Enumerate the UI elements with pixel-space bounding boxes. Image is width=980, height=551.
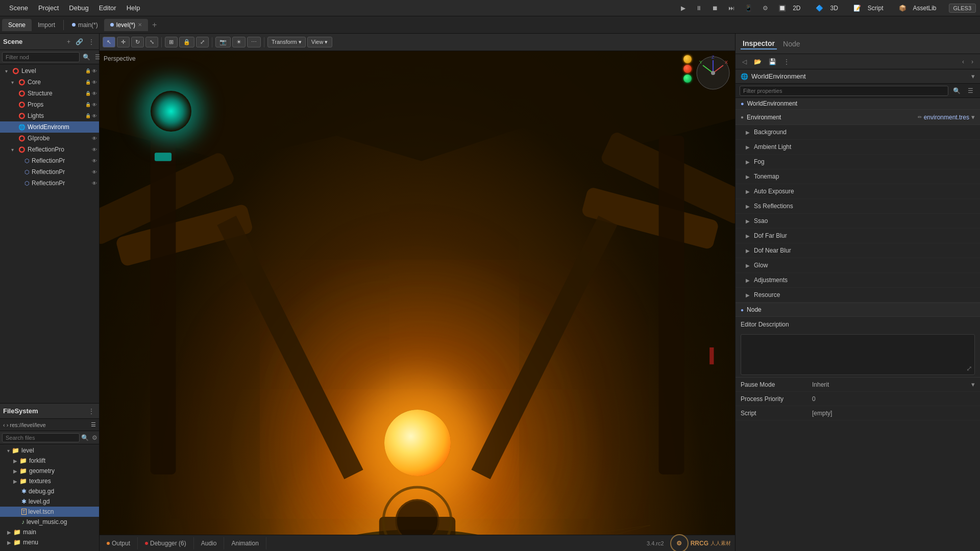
tree-item-props[interactable]: ▶ ⭕ Props 🔒 👁 xyxy=(0,99,99,110)
debugger-tab[interactable]: Debugger (6) xyxy=(138,537,194,549)
tree-item-reflectionpr3[interactable]: ▶ ⬡ ReflectionPr 👁 xyxy=(0,178,99,189)
output-tab[interactable]: Output xyxy=(100,537,138,549)
view-dropdown[interactable]: View ▾ xyxy=(307,37,332,47)
assetlib-button[interactable]: 📦 AssetLib xyxy=(896,2,945,15)
lock-button[interactable]: 🔒 xyxy=(179,37,194,47)
fs-forward-icon[interactable]: › xyxy=(7,422,9,428)
fs-back-icon[interactable]: ‹ xyxy=(3,422,5,428)
tree-item-core[interactable]: ▾ ⭕ Core 🔒 👁 xyxy=(0,77,99,88)
expand-desc-icon[interactable]: ⤢ xyxy=(966,364,972,372)
tab-import[interactable]: Import xyxy=(32,19,61,31)
grid-snap-button[interactable]: ⊞ xyxy=(165,37,178,47)
fs-item-level-music[interactable]: ♪ level_music.og xyxy=(0,517,99,527)
settings-button[interactable]: ⚙ xyxy=(760,4,771,13)
tree-item-reflectionpro[interactable]: ▾ ⭕ ReflectionPro 👁 xyxy=(0,144,99,155)
stop-button[interactable]: ⏹ xyxy=(709,4,721,13)
menu-project[interactable]: Project xyxy=(33,2,64,14)
link-node-button[interactable]: 🔗 xyxy=(74,38,85,46)
save-res-button[interactable]: 💾 xyxy=(766,57,779,66)
inspector-tab[interactable]: Inspector xyxy=(741,38,777,49)
transform-dropdown[interactable]: Transform ▾ xyxy=(267,37,306,47)
inspector-more-button[interactable]: ⋮ xyxy=(781,57,792,66)
deploy-button[interactable]: 📱 xyxy=(742,4,755,13)
env-button[interactable]: ☀ xyxy=(232,37,246,47)
fs-item-level-gd[interactable]: ✱ level.gd xyxy=(0,496,99,507)
filter-options-icon[interactable]: ☰ xyxy=(965,86,976,95)
fs-item-level[interactable]: ▾ 📁 level xyxy=(0,445,99,456)
tree-item-reflectionpr2[interactable]: ▶ ⬡ ReflectionPr 👁 xyxy=(0,166,99,178)
prop-row-resource[interactable]: ▶ Resource xyxy=(736,288,980,302)
tree-item-structure[interactable]: ▶ ⭕ Structure 🔒 👁 xyxy=(0,88,99,99)
env-property-icon[interactable]: ● xyxy=(741,114,744,120)
fs-filter-icon[interactable]: ⚙ xyxy=(90,434,99,442)
prop-row-ss-reflections[interactable]: ▶ Ss Reflections xyxy=(736,199,980,213)
prop-row-auto-exposure[interactable]: ▶ Auto Exposure xyxy=(736,184,980,198)
fs-item-debug-gd[interactable]: ✱ debug.gd xyxy=(0,486,99,496)
prop-row-dof-near-blur[interactable]: ▶ Dof Near Blur xyxy=(736,243,980,258)
tab-scene[interactable]: Scene xyxy=(2,19,32,31)
env-edit-icon[interactable]: ✏ xyxy=(918,114,922,120)
script-button[interactable]: 📝 Script xyxy=(850,2,892,15)
node-tab[interactable]: Node xyxy=(781,39,802,49)
scale-tool-button[interactable]: ⤡ xyxy=(145,37,158,47)
tree-item-worldenviron[interactable]: ▶ 🌐 WorldEnvironm xyxy=(0,121,99,133)
tree-item-level[interactable]: ▾ ⭕ Level 🔒 👁 xyxy=(0,65,99,77)
filesystem-search-input[interactable] xyxy=(2,433,80,442)
3d-button[interactable]: 🔷 3D xyxy=(813,2,846,15)
filter-properties-input[interactable] xyxy=(740,86,948,96)
camera-button[interactable]: 📷 xyxy=(215,37,231,47)
pause-mode-dropdown[interactable]: ▾ xyxy=(971,381,975,388)
menu-editor[interactable]: Editor xyxy=(94,2,121,14)
scene-more2-button[interactable]: ⋯ xyxy=(247,37,261,47)
menu-debug[interactable]: Debug xyxy=(64,2,93,14)
fs-item-level-tscn[interactable]: T level.tscn xyxy=(0,507,99,517)
fs-more-button[interactable]: ⋮ xyxy=(87,407,96,415)
select-tool-button[interactable]: ↖ xyxy=(103,37,115,47)
tab-main[interactable]: main(*) xyxy=(66,19,104,31)
fs-search-icon[interactable]: 🔍 xyxy=(80,434,90,442)
prop-row-background[interactable]: ▶ Background xyxy=(736,125,980,139)
step-button[interactable]: ⏭ xyxy=(725,4,738,13)
fs-item-menu[interactable]: ▶ 📁 menu xyxy=(0,537,99,547)
inspector-collapse-button[interactable]: ‹ xyxy=(960,57,967,66)
prop-row-adjustments[interactable]: ▶ Adjustments xyxy=(736,273,980,287)
tree-item-giprobe[interactable]: ▶ ⭕ GIprobe 👁 xyxy=(0,133,99,144)
menu-scene[interactable]: Scene xyxy=(4,2,33,14)
tab-close-icon[interactable]: ✕ xyxy=(138,22,142,28)
fs-options-icon[interactable]: ☰ xyxy=(91,421,96,428)
prop-row-ambient-light[interactable]: ▶ Ambient Light xyxy=(736,140,980,154)
prop-row-ssao[interactable]: ▶ Ssao xyxy=(736,214,980,228)
scene-more-button[interactable]: ⋮ xyxy=(87,38,96,46)
add-node-button[interactable]: + xyxy=(65,38,72,46)
env-value-dropdown[interactable]: ▾ xyxy=(971,113,975,121)
prop-row-tonemap[interactable]: ▶ Tonemap xyxy=(736,169,980,184)
tree-item-reflectionpr1[interactable]: ▶ ⬡ ReflectionPr 👁 xyxy=(0,155,99,166)
viewport[interactable]: Perspective xyxy=(100,51,735,551)
animation-tab[interactable]: Animation xyxy=(224,537,266,549)
prop-row-glow[interactable]: ▶ Glow xyxy=(736,258,980,272)
rotate-tool-button[interactable]: ↻ xyxy=(131,37,144,47)
filter-search-icon[interactable]: 🔍 xyxy=(950,86,963,95)
fs-item-forklift[interactable]: ▶ 📁 forklift xyxy=(0,456,99,466)
fs-item-main[interactable]: ▶ 📁 main xyxy=(0,527,99,537)
snap-button[interactable]: ⤢ xyxy=(196,37,209,47)
fs-item-textures[interactable]: ▶ 📁 textures xyxy=(0,476,99,486)
history-back-button[interactable]: ◁ xyxy=(740,57,749,66)
inspector-expand-button[interactable]: › xyxy=(969,57,976,66)
editor-description-area[interactable]: ⤢ xyxy=(741,334,975,375)
2d-button[interactable]: 🔲 2D xyxy=(775,2,808,15)
we-dropdown-arrow[interactable]: ▾ xyxy=(971,72,975,80)
prop-row-dof-far-blur[interactable]: ▶ Dof Far Blur xyxy=(736,229,980,243)
tab-level[interactable]: level(*) ✕ xyxy=(104,19,148,31)
menu-help[interactable]: Help xyxy=(121,2,145,14)
scene-search-icon[interactable]: 🔍 xyxy=(81,53,92,61)
fs-item-geometry[interactable]: ▶ 📁 geometry xyxy=(0,466,99,476)
add-tab-button[interactable]: + xyxy=(148,20,161,30)
scene-search-input[interactable] xyxy=(2,52,80,62)
open-res-button[interactable]: 📂 xyxy=(751,57,764,66)
tree-item-lights[interactable]: ▶ ⭕ Lights 🔒 👁 xyxy=(0,110,99,121)
pause-button[interactable]: ⏸ xyxy=(693,4,705,13)
move-tool-button[interactable]: ✛ xyxy=(117,37,130,47)
axis-navigator[interactable]: X Y Z xyxy=(695,55,731,92)
audio-tab[interactable]: Audio xyxy=(194,537,225,549)
